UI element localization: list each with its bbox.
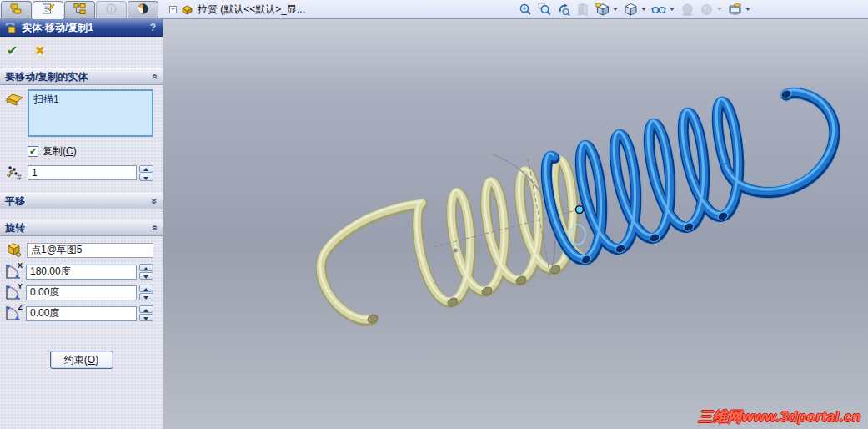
rotate-y-field[interactable]: 0.00度	[26, 285, 137, 300]
rotate-y-icon: Y	[3, 283, 23, 302]
selection-point	[576, 206, 584, 214]
help-button[interactable]: ?	[148, 22, 158, 33]
zoom-to-area-button[interactable]	[536, 1, 554, 18]
appearance-button	[698, 1, 715, 18]
display-style-dropdown-icon[interactable]	[641, 8, 646, 11]
view-orientation-button[interactable]	[594, 1, 611, 18]
displaymanager-icon	[137, 3, 149, 18]
view-orientation-dropdown-icon[interactable]	[613, 8, 618, 11]
feature-tree-root-label[interactable]: 拉簧 (默认<<默认>_显...	[198, 3, 305, 17]
rotate-z-spinner	[139, 305, 153, 322]
rotate-section-header[interactable]: 旋转 »	[0, 220, 163, 236]
panel-title: 实体-移动/复制1	[22, 21, 148, 35]
copies-spinner	[139, 164, 153, 181]
tab-displaymanager[interactable]	[128, 1, 158, 18]
panel-tabs	[1, 1, 159, 19]
headsup-view-toolbar	[517, 0, 755, 18]
scene-dropdown-icon[interactable]	[745, 8, 750, 11]
top-toolbar-strip: + 拉簧 (默认<<默认>_显...	[0, 0, 868, 19]
configurationmanager-icon	[73, 3, 86, 18]
featuremanager-tree-icon	[10, 3, 23, 18]
rotate-origin-row: 点1@草图5	[5, 241, 159, 259]
spinner-down-button[interactable]	[139, 293, 153, 300]
solidworks-window: + 拉簧 (默认<<默认>_显... 实体-移动/复制1 ?	[0, 0, 868, 429]
spinner-up-button[interactable]	[139, 305, 153, 313]
spinner-up-button[interactable]	[139, 285, 153, 292]
copies-count-field[interactable]: 1	[28, 165, 137, 180]
shadows-button	[679, 1, 696, 18]
zoom-to-fit-button[interactable]	[517, 1, 534, 18]
rotate-z-row: Z 0.00度	[3, 304, 159, 323]
ok-cancel-row: ✔ ✖	[0, 37, 163, 62]
rotate-x-spinner	[139, 264, 153, 280]
number-of-copies-icon: #	[6, 164, 24, 184]
bodies-selection-listbox[interactable]: 扫描1	[28, 89, 153, 137]
copies-number-row: # 1	[28, 164, 158, 181]
bodies-section-header[interactable]: 要移动/复制的实体 »	[0, 68, 163, 85]
rotate-y-row: Y 0.00度	[3, 283, 159, 302]
tab-featuremanager[interactable]	[1, 1, 32, 18]
display-style-button[interactable]	[622, 1, 640, 18]
rotate-y-spinner	[139, 285, 153, 301]
spinner-up-button[interactable]	[139, 264, 153, 271]
bodies-to-move-icon	[5, 92, 24, 110]
spinner-up-button[interactable]	[139, 165, 153, 173]
watermark: 三维网www.3dportal.cn	[699, 407, 861, 426]
rotate-z-field[interactable]: 0.00度	[26, 306, 137, 321]
selected-body-item[interactable]: 扫描1	[33, 93, 148, 107]
part-icon	[181, 4, 193, 15]
translate-section-header[interactable]: 平移 »	[0, 193, 163, 209]
ok-button[interactable]: ✔	[7, 43, 18, 58]
spinner-down-button[interactable]	[139, 174, 153, 181]
rotate-x-field[interactable]: 180.00度	[26, 265, 137, 280]
rotate-x-icon: X	[3, 262, 23, 281]
tab-configurationmanager[interactable]	[64, 1, 95, 18]
rotation-origin-icon	[5, 241, 23, 259]
tab-propertymanager[interactable]	[33, 1, 63, 19]
propertymanager-icon	[42, 3, 54, 18]
graphics-viewport[interactable]: 三维网www.3dportal.cn	[163, 19, 868, 429]
3d-scene[interactable]	[163, 19, 868, 429]
hide-show-items-button[interactable]	[650, 1, 668, 18]
spinner-down-button[interactable]	[139, 272, 153, 280]
copy-checkbox[interactable]: ✔	[28, 146, 38, 157]
appearance-dropdown-icon	[717, 8, 722, 11]
tab-dimxpertmanager	[96, 1, 127, 18]
copy-checkbox-row: ✔ 复制(C)	[28, 144, 158, 159]
cancel-button[interactable]: ✖	[35, 43, 46, 58]
property-manager-titlebar: 实体-移动/复制1 ?	[0, 19, 163, 37]
collapse-chevron-icon: »	[149, 225, 161, 231]
constrain-button[interactable]: 约束(O)	[50, 351, 113, 369]
expand-chevron-icon: »	[149, 199, 161, 204]
rotate-x-row: X 180.00度	[3, 262, 159, 281]
feature-tree-root-row[interactable]: + 拉簧 (默认<<默认>_显...	[169, 3, 305, 17]
scene-button[interactable]	[726, 1, 744, 18]
rotate-z-icon: Z	[3, 304, 23, 323]
sketch-point	[453, 248, 457, 252]
previous-view-button[interactable]	[555, 1, 573, 18]
hide-show-dropdown-icon[interactable]	[670, 8, 675, 11]
dimxpert-icon	[105, 3, 118, 18]
collapse-chevron-icon: »	[149, 74, 161, 80]
bodies-section-content: 扫描1 ✔ 复制(C) # 1	[0, 85, 163, 181]
move-copy-body-icon	[4, 22, 18, 33]
rotation-origin-field[interactable]: 点1@草图5	[27, 243, 153, 258]
property-manager-panel: 实体-移动/复制1 ? ✔ ✖ 要移动/复制的实体 » 扫描1 ✔ 复制(C) …	[0, 19, 163, 429]
tree-expand-icon[interactable]: +	[169, 6, 177, 13]
svg-text:#: #	[17, 173, 22, 181]
spinner-down-button[interactable]	[139, 314, 153, 321]
copy-checkbox-label: 复制(C)	[43, 144, 77, 159]
section-view-button	[574, 1, 592, 18]
